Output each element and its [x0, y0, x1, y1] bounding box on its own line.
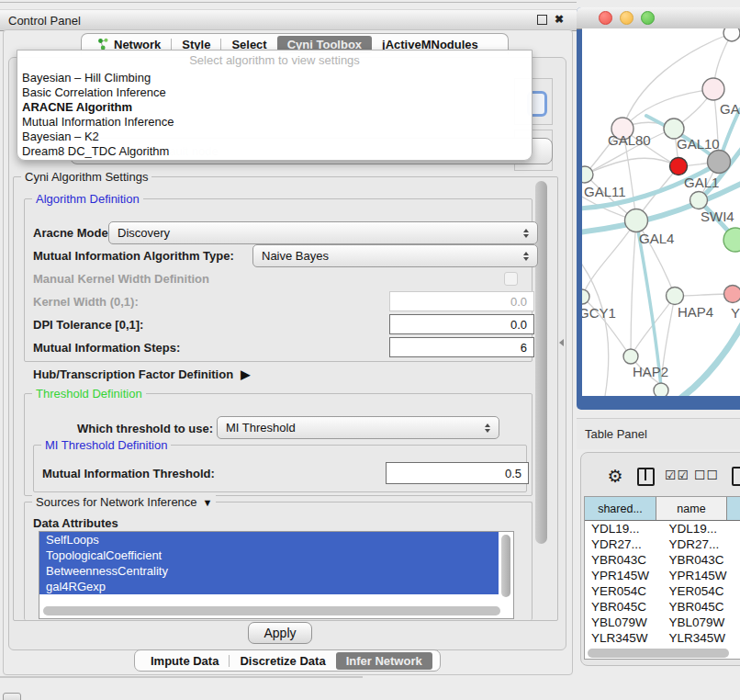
tab-label: Infer Network: [346, 654, 422, 668]
dropdown-item[interactable]: Basic Correlation Inference: [17, 85, 532, 100]
dropdown-item-selected[interactable]: ARACNE Algorithm: [17, 100, 532, 115]
table-row[interactable]: YBL079WYBL079W: [585, 615, 740, 630]
apply-button[interactable]: Apply: [248, 622, 312, 644]
zoom-traffic-light-icon[interactable]: [641, 11, 655, 25]
node-label: GAL80: [608, 132, 651, 148]
node-y[interactable]: [724, 286, 740, 303]
table-row[interactable]: YPR145WYPR145W9.: [585, 568, 740, 583]
column-header-partial[interactable]: [727, 497, 740, 520]
close-window-icon[interactable]: ✖: [555, 14, 564, 25]
table-row[interactable]: YBR045CYBR045C: [585, 599, 740, 615]
table-row[interactable]: YLR345WYLR345W9.: [585, 630, 740, 646]
cell: YLR345W: [585, 631, 660, 645]
show-all-columns-icon[interactable]: ☑☑: [665, 468, 690, 482]
aracne-mode-label: Aracne Mode:: [33, 226, 112, 240]
table-row[interactable]: YDL19...YDL19...13: [585, 521, 740, 536]
node-label: GCY1: [582, 305, 616, 321]
new-table-icon[interactable]: [732, 467, 740, 486]
minimize-traffic-light-icon[interactable]: [620, 11, 633, 25]
node-gal11[interactable]: [582, 166, 593, 183]
node-gray[interactable]: [708, 151, 731, 174]
node-bottom[interactable]: [654, 383, 668, 396]
dropdown-item[interactable]: Dream8 DC_TDC Algorithm: [17, 144, 532, 159]
node-label: Y: [731, 305, 740, 321]
manual-kernel-checkbox[interactable]: [504, 272, 518, 286]
network-canvas[interactable]: GAL GAL80 GAL10 GAL1 GAL11 SWI4 GAL4 GCY…: [582, 28, 740, 396]
node-label: GAL1: [684, 175, 719, 190]
node-label: SWI4: [701, 209, 734, 224]
node-label: HAP2: [633, 364, 668, 379]
tab-discretize-data[interactable]: Discretize Data: [230, 652, 335, 670]
minimized-panel-button[interactable]: [3, 693, 21, 700]
node-label: GAL11: [584, 184, 626, 199]
collapse-down-icon[interactable]: ▼: [203, 497, 213, 508]
mi-steps-field[interactable]: 6: [389, 337, 534, 357]
table-header: shared... name: [585, 497, 740, 521]
column-header-name[interactable]: name: [656, 497, 727, 520]
data-attributes-list: SelfLoops TopologicalCoefficient Between…: [39, 531, 514, 619]
column-browser-icon[interactable]: [637, 468, 655, 486]
node-label: GAL4: [639, 231, 674, 246]
dpi-tolerance-label: DPI Tolerance [0,1]:: [33, 318, 143, 332]
attribute-item[interactable]: TopologicalCoefficient: [39, 548, 499, 563]
node-hap2[interactable]: [623, 349, 638, 364]
which-threshold-combo[interactable]: MI Threshold: [217, 416, 499, 439]
cell: YER054C: [660, 584, 737, 598]
node-gal7[interactable]: [702, 78, 724, 100]
cell: YDL19...: [660, 522, 737, 536]
mi-type-combo[interactable]: Naive Bayes: [252, 244, 538, 267]
mi-threshold-field[interactable]: 0.5: [386, 462, 529, 484]
which-threshold-value: MI Threshold: [226, 421, 296, 435]
table-row[interactable]: YER054CYER054C8.: [585, 583, 740, 599]
float-window-button[interactable]: [537, 15, 547, 25]
cell: YBL079W: [660, 615, 737, 629]
node-hap4[interactable]: [667, 288, 684, 305]
cell: YBR043C: [585, 553, 660, 567]
table-row[interactable]: YDR27...YDR27...12: [585, 536, 740, 552]
table-hscroll-track: [585, 648, 740, 659]
cell: YLR345W: [660, 631, 737, 645]
tab-label: Discretize Data: [240, 654, 325, 668]
close-traffic-light-icon[interactable]: [599, 11, 612, 25]
table-row[interactable]: YBR043CYBR043C: [585, 552, 740, 568]
node-gal4[interactable]: [625, 209, 648, 232]
attribute-item[interactable]: BetweennessCentrality: [39, 563, 499, 579]
kernel-width-field[interactable]: 0.0: [389, 291, 534, 311]
table-panel-titlebar: Table Panel: [577, 418, 740, 449]
group-title: Cyni Algorithm Settings: [21, 170, 151, 184]
attributes-horizontal-scrollbar[interactable]: [43, 606, 500, 615]
cell: YPR145W: [585, 569, 660, 582]
attributes-vertical-scrollbar[interactable]: [501, 535, 510, 597]
attribute-item[interactable]: gal4RGexp: [39, 579, 499, 594]
table-body: YDL19...YDL19...13 YDR27...YDR27...12 YB…: [585, 521, 740, 648]
dropdown-item[interactable]: Bayesian – Hill Climbing: [17, 71, 532, 85]
dropdown-item[interactable]: Bayesian – K2: [17, 130, 532, 144]
group-title: Algorithm Definition: [32, 192, 143, 206]
cell: YBR045C: [585, 600, 660, 614]
column-divider: [645, 469, 646, 480]
attribute-item[interactable]: SelfLoops: [39, 532, 499, 548]
aracne-mode-combo[interactable]: Discovery: [108, 221, 538, 244]
tab-impute-data[interactable]: Impute Data: [140, 652, 229, 670]
dpi-tolerance-field[interactable]: 0.0: [389, 314, 534, 334]
hub-definition-expander[interactable]: Hub/Transcription Factor Definition ▶: [33, 367, 250, 381]
gear-icon[interactable]: ⚙: [606, 467, 624, 485]
network-window-titlebar[interactable]: [577, 7, 740, 29]
table-panel-title: Table Panel: [577, 427, 647, 441]
control-panel-title: Control Panel: [0, 14, 81, 28]
sources-title: Sources for Network Inference: [36, 495, 197, 509]
tab-infer-network[interactable]: Infer Network: [336, 652, 432, 670]
node[interactable]: [723, 28, 740, 41]
node-swi4[interactable]: [690, 192, 708, 209]
dropdown-item[interactable]: Mutual Information Inference: [17, 115, 532, 130]
stepper-icon: [523, 252, 529, 261]
node-gal1[interactable]: [670, 158, 688, 175]
column-header-shared-name[interactable]: shared...: [585, 497, 656, 520]
table-horizontal-scrollbar[interactable]: [588, 649, 729, 658]
splitpane-collapse-icon[interactable]: [559, 339, 564, 346]
cell: YER054C: [585, 584, 660, 598]
desktop: { "control_panel": { "title": "Control P…: [0, 0, 740, 700]
mi-type-label: Mutual Information Algorithm Type:: [33, 249, 234, 263]
hide-all-columns-icon[interactable]: ☐☐: [694, 468, 719, 482]
cell: YBR043C: [660, 553, 737, 567]
